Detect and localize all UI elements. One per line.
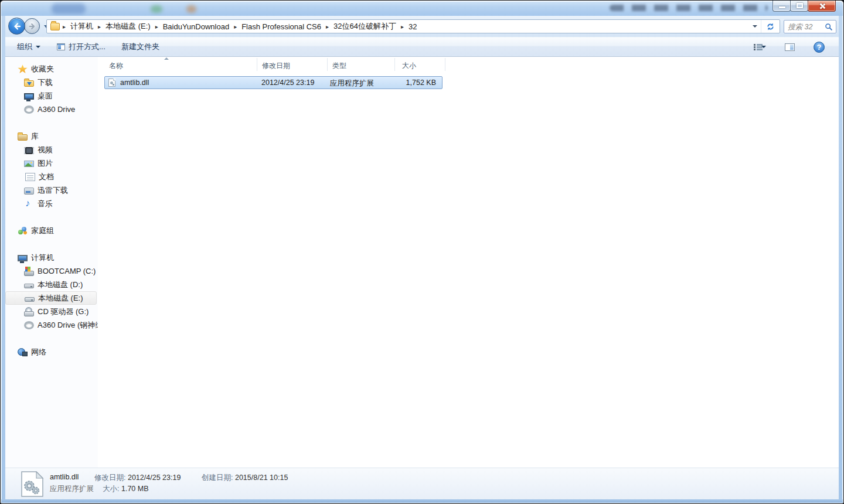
a360-drive-icon xyxy=(24,105,34,114)
preview-pane-button[interactable] xyxy=(780,38,799,56)
sidebar-item-a360-drive-(钢神绿[interactable]: A360 Drive (钢神绿 xyxy=(5,318,98,332)
details-file-name: amtlib.dll xyxy=(50,473,79,481)
back-button[interactable] xyxy=(8,18,25,35)
favorites-star-icon xyxy=(18,64,28,74)
minimize-button[interactable] xyxy=(772,1,791,12)
breadcrumb-item[interactable]: 32 xyxy=(406,21,420,33)
column-header-modified[interactable]: 修改日期 xyxy=(262,61,290,71)
file-size: 1,752 KB xyxy=(406,79,436,87)
breadcrumb-item[interactable]: BaiduYunDownload xyxy=(160,21,232,33)
disk-icon xyxy=(25,297,35,302)
sidebar-item-a360-drive[interactable]: A360 Drive xyxy=(5,103,98,116)
folder-icon xyxy=(50,23,60,30)
sidebar-item-计算机[interactable]: 计算机 xyxy=(5,251,98,264)
sidebar-item-本地磁盘-(d:)[interactable]: 本地磁盘 (D:) xyxy=(5,278,98,291)
details-created-value: 2015/8/21 10:15 xyxy=(235,474,288,482)
address-dropdown-button[interactable] xyxy=(749,20,761,33)
dll-file-large-icon xyxy=(21,471,44,497)
breadcrumb-item[interactable]: 32位64位破解补丁 xyxy=(331,19,399,33)
sidebar-item-label: 家庭组 xyxy=(31,226,54,236)
sidebar-item-家庭组[interactable]: 家庭组 xyxy=(5,224,98,237)
breadcrumb-item[interactable]: 本地磁盘 (E:) xyxy=(103,19,154,33)
sidebar-item-cd-驱动器-(g:)[interactable]: CD 驱动器 (G:) xyxy=(5,305,98,318)
new-folder-button[interactable]: 新建文件夹 xyxy=(117,38,164,56)
window-border-left xyxy=(1,16,5,503)
sidebar-item-label: A360 Drive xyxy=(38,105,75,114)
details-modified-value: 2012/4/25 23:19 xyxy=(128,474,181,482)
search-input[interactable] xyxy=(788,22,822,32)
sidebar-item-库[interactable]: 库 xyxy=(5,130,98,143)
sidebar-group: 收藏夹下载桌面A360 Drive xyxy=(5,62,98,116)
search-icon[interactable] xyxy=(825,23,833,31)
column-separator[interactable] xyxy=(257,58,257,71)
help-button[interactable] xyxy=(809,38,829,56)
sidebar-item-文档[interactable]: 文档 xyxy=(5,170,98,183)
window-border-right xyxy=(839,16,843,503)
breadcrumb-separator-icon: ▸ xyxy=(61,23,67,30)
sidebar-item-图片[interactable]: 图片 xyxy=(5,156,98,170)
change-view-button[interactable] xyxy=(749,38,771,56)
sidebar-item-label: 图片 xyxy=(38,158,53,169)
organize-button[interactable]: 组织 xyxy=(12,38,45,56)
address-bar[interactable]: ▸计算机▸本地磁盘 (E:)▸BaiduYunDownload▸Flash Pr… xyxy=(46,19,780,33)
sidebar-item-视频[interactable]: 视频 xyxy=(5,143,98,156)
sidebar-group: 库视频图片文档迅雷下载音乐 xyxy=(5,130,98,210)
music-icon xyxy=(24,199,34,209)
sidebar-item-网络[interactable]: 网络 xyxy=(5,345,98,359)
column-separator[interactable] xyxy=(327,58,328,71)
sidebar-item-label: 文档 xyxy=(39,172,54,182)
maximize-button[interactable] xyxy=(790,1,808,12)
close-button[interactable] xyxy=(808,1,836,12)
refresh-button[interactable] xyxy=(761,20,780,33)
navigation-bar: ▸计算机▸本地磁盘 (E:)▸BaiduYunDownload▸Flash Pr… xyxy=(5,16,839,37)
refresh-icon xyxy=(766,22,775,31)
desktop-icon xyxy=(24,93,34,100)
details-pane: amtlib.dll 应用程序扩展 修改日期: 2012/4/25 23:19 … xyxy=(5,468,839,499)
bootcamp-drive-icon xyxy=(24,267,34,276)
details-created-label: 创建日期: xyxy=(202,474,233,482)
views-icon xyxy=(754,43,763,51)
breadcrumb-item[interactable]: 计算机 xyxy=(67,19,96,33)
sidebar-item-音乐[interactable]: 音乐 xyxy=(5,197,98,210)
pictures-icon xyxy=(24,161,34,167)
organize-label: 组织 xyxy=(17,42,32,52)
video-icon xyxy=(24,147,34,154)
column-header-size[interactable]: 大小 xyxy=(402,61,416,71)
column-header-name[interactable]: 名称 xyxy=(109,61,123,71)
forward-button-disabled[interactable] xyxy=(24,18,40,34)
column-header-type[interactable]: 类型 xyxy=(332,61,346,71)
sidebar-item-label: 下载 xyxy=(38,77,53,88)
file-row[interactable]: amtlib.dll2012/4/25 23:19应用程序扩展1,752 KB xyxy=(104,76,443,89)
chevron-down-icon xyxy=(36,46,40,48)
homegroup-icon xyxy=(18,226,28,236)
breadcrumb-item[interactable]: Flash Professional CS6 xyxy=(239,21,324,33)
sidebar-item-桌面[interactable]: 桌面 xyxy=(5,89,98,103)
libraries-icon xyxy=(18,134,28,141)
disk-icon xyxy=(24,284,34,288)
sidebar-item-label: 本地磁盘 (D:) xyxy=(38,280,83,290)
titlebar-glass-reflection xyxy=(610,5,768,11)
sidebar-item-迅雷下载[interactable]: 迅雷下载 xyxy=(5,183,98,197)
sidebar-item-label: 本地磁盘 (E:) xyxy=(38,293,83,304)
sidebar-item-bootcamp-(c:)[interactable]: BOOTCAMP (C:) xyxy=(5,264,98,278)
sidebar-item-label: 视频 xyxy=(38,145,53,155)
sidebar-tree: 收藏夹下载桌面A360 Drive库视频图片文档迅雷下载音乐家庭组计算机BOOT… xyxy=(5,57,98,468)
sidebar-item-下载[interactable]: 下载 xyxy=(5,76,98,89)
window-controls xyxy=(773,1,836,12)
sidebar-item-label: 桌面 xyxy=(38,91,53,101)
column-separator[interactable] xyxy=(445,58,445,71)
sidebar-item-label: BOOTCAMP (C:) xyxy=(38,267,96,275)
minimize-icon xyxy=(779,6,785,8)
dll-file-icon xyxy=(108,79,115,87)
sidebar-group: 家庭组 xyxy=(5,224,98,237)
search-box xyxy=(784,20,836,33)
open-with-button[interactable]: 打开方式... xyxy=(52,38,110,56)
column-separator[interactable] xyxy=(394,58,395,71)
sidebar-item-label: 网络 xyxy=(31,347,46,357)
sort-ascending-icon xyxy=(164,57,169,60)
sidebar-item-本地磁盘-(e:)[interactable]: 本地磁盘 (E:) xyxy=(5,291,97,305)
sidebar-item-收藏夹[interactable]: 收藏夹 xyxy=(5,62,98,76)
breadcrumb: ▸计算机▸本地磁盘 (E:)▸BaiduYunDownload▸Flash Pr… xyxy=(61,19,749,33)
sidebar-item-label: 迅雷下载 xyxy=(38,185,68,196)
documents-icon xyxy=(25,173,35,181)
